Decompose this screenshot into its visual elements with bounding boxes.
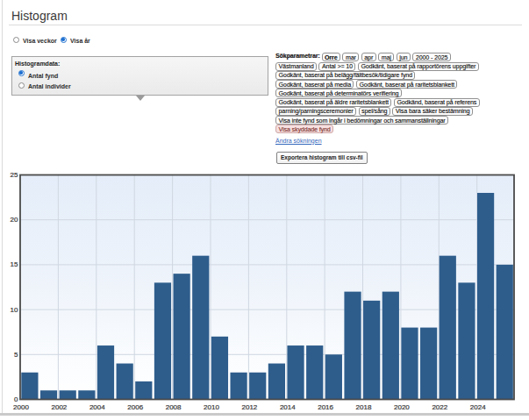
svg-text:0: 0 bbox=[14, 395, 18, 403]
svg-text:20: 20 bbox=[11, 216, 18, 224]
svg-text:2020: 2020 bbox=[394, 403, 410, 411]
svg-text:2006: 2006 bbox=[127, 403, 143, 411]
svg-text:2018: 2018 bbox=[356, 403, 372, 411]
svg-text:2022: 2022 bbox=[432, 403, 447, 411]
svg-text:25: 25 bbox=[11, 171, 18, 179]
svg-text:2002: 2002 bbox=[52, 403, 68, 411]
svg-text:2016: 2016 bbox=[318, 403, 333, 411]
svg-text:2014: 2014 bbox=[280, 403, 296, 411]
svg-text:2012: 2012 bbox=[242, 403, 258, 411]
svg-text:2004: 2004 bbox=[89, 403, 105, 411]
svg-text:10: 10 bbox=[11, 306, 18, 314]
svg-text:2010: 2010 bbox=[204, 403, 219, 411]
svg-text:2008: 2008 bbox=[166, 403, 182, 411]
svg-text:2000: 2000 bbox=[13, 403, 29, 411]
svg-text:2024: 2024 bbox=[470, 403, 486, 411]
svg-text:5: 5 bbox=[14, 351, 18, 359]
svg-text:15: 15 bbox=[11, 260, 18, 268]
